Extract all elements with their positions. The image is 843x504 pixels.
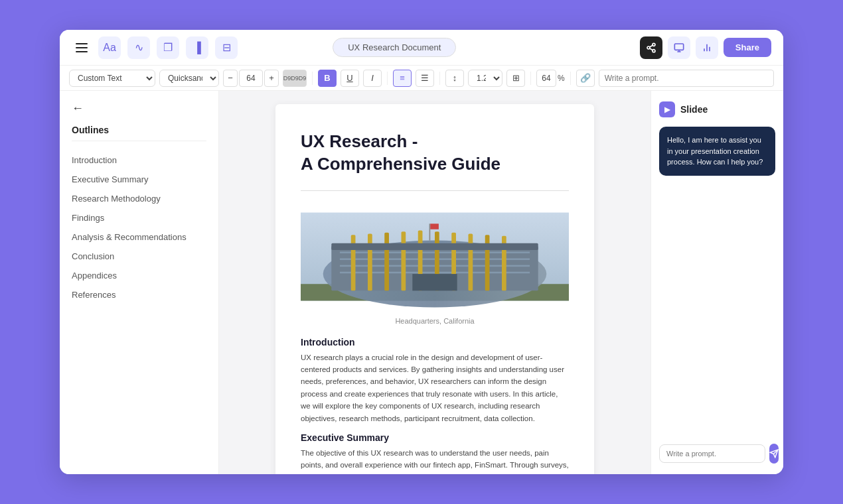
sidebar-item-references[interactable]: References bbox=[72, 285, 206, 304]
sidebar-item-introduction[interactable]: Introduction bbox=[72, 151, 206, 170]
title-divider bbox=[301, 190, 569, 191]
svg-point-1 bbox=[647, 46, 650, 49]
divider-2 bbox=[387, 72, 388, 85]
svg-rect-21 bbox=[384, 232, 389, 290]
wave-button[interactable]: ∿ bbox=[127, 36, 150, 59]
document-area: UX Research - A Comprehensive Guide bbox=[219, 91, 651, 474]
sidebar-item-conclusion[interactable]: Conclusion bbox=[72, 247, 206, 266]
slidee-header: ▶ Slidee bbox=[659, 101, 775, 117]
svg-rect-20 bbox=[368, 233, 372, 290]
slidee-prompt-area bbox=[659, 444, 775, 464]
document-page: UX Research - A Comprehensive Guide bbox=[275, 104, 594, 474]
sidebar: ← Outlines Introduction Executive Summar… bbox=[60, 91, 219, 474]
font-size-increase[interactable]: + bbox=[264, 70, 279, 87]
divider-4 bbox=[530, 72, 531, 85]
opacity-control: % bbox=[536, 70, 565, 87]
svg-rect-32 bbox=[430, 223, 439, 229]
toolbar-right: Share bbox=[640, 36, 771, 59]
svg-rect-22 bbox=[402, 231, 406, 290]
link-input[interactable] bbox=[599, 70, 774, 87]
color-swatch[interactable]: D9D9D9 bbox=[283, 70, 307, 87]
intro-text: UX research plays a crucial role in the … bbox=[301, 351, 569, 424]
svg-rect-31 bbox=[429, 223, 431, 240]
text-style-button[interactable]: Aa bbox=[98, 36, 121, 59]
divider-3 bbox=[439, 72, 440, 85]
slidee-panel: ▶ Slidee Hello, I am here to assist you … bbox=[651, 91, 783, 474]
svg-point-0 bbox=[652, 43, 655, 46]
font-size-decrease[interactable]: − bbox=[223, 70, 238, 87]
sliders-button[interactable]: ⊟ bbox=[215, 36, 238, 59]
intro-heading: Introduction bbox=[301, 337, 569, 347]
font-size-input[interactable] bbox=[239, 70, 263, 87]
share-button[interactable]: Share bbox=[724, 38, 771, 57]
line-height-select[interactable]: 1.2 bbox=[468, 70, 502, 87]
exec-text: The objective of this UX research was to… bbox=[301, 447, 569, 474]
back-button[interactable]: ← bbox=[72, 101, 84, 115]
resize-button[interactable]: ⊞ bbox=[506, 70, 525, 87]
svg-rect-26 bbox=[469, 233, 473, 290]
present-button[interactable] bbox=[668, 36, 690, 59]
font-select[interactable]: Quicksand bbox=[159, 70, 219, 87]
share-network-button[interactable] bbox=[640, 36, 662, 59]
bold-button[interactable]: B bbox=[318, 70, 337, 87]
top-toolbar: Aa ∿ ❐ ▐ ⊟ UX Research Document bbox=[60, 30, 783, 66]
text-style-select[interactable]: Custom Text bbox=[69, 70, 155, 87]
svg-line-4 bbox=[650, 45, 653, 47]
sidebar-item-research-methodology[interactable]: Research Methodology bbox=[72, 189, 206, 208]
analytics-button[interactable] bbox=[696, 36, 718, 59]
slidee-message: Hello, I am here to assist you in your p… bbox=[659, 127, 775, 176]
underline-button[interactable]: U bbox=[341, 70, 359, 87]
chart-button[interactable]: ▐ bbox=[186, 36, 208, 59]
layers-button[interactable]: ❐ bbox=[157, 36, 179, 59]
list-button[interactable]: ☰ bbox=[416, 70, 434, 87]
document-title[interactable]: UX Research Document bbox=[333, 38, 456, 57]
sidebar-title: Outlines bbox=[72, 125, 206, 141]
document-main-title: UX Research - A Comprehensive Guide bbox=[301, 131, 569, 176]
hamburger-button[interactable] bbox=[72, 39, 92, 56]
document-image bbox=[301, 204, 569, 312]
italic-button[interactable]: I bbox=[363, 70, 382, 87]
sidebar-item-executive-summary[interactable]: Executive Summary bbox=[72, 170, 206, 189]
spacing-button[interactable]: ↕ bbox=[445, 70, 464, 87]
divider-1 bbox=[312, 72, 313, 85]
exec-heading: Executive Summary bbox=[301, 432, 569, 443]
slidee-label: Slidee bbox=[680, 104, 708, 115]
format-toolbar: Custom Text Quicksand − + D9D9D9 B U I ≡… bbox=[60, 66, 783, 91]
sidebar-item-findings[interactable]: Findings bbox=[72, 208, 206, 227]
font-size-control: − + bbox=[223, 70, 279, 87]
slidee-logo: ▶ bbox=[659, 101, 675, 117]
sidebar-item-appendices[interactable]: Appendices bbox=[72, 266, 206, 285]
sidebar-item-analysis[interactable]: Analysis & Recommendations bbox=[72, 227, 206, 247]
svg-rect-30 bbox=[412, 274, 457, 290]
svg-line-3 bbox=[650, 48, 653, 50]
divider-5 bbox=[570, 72, 571, 85]
svg-rect-5 bbox=[674, 44, 683, 50]
main-body: ← Outlines Introduction Executive Summar… bbox=[60, 91, 783, 474]
svg-point-2 bbox=[652, 49, 655, 52]
svg-rect-19 bbox=[351, 235, 356, 290]
slidee-send-button[interactable] bbox=[769, 444, 779, 464]
slidee-prompt-input[interactable] bbox=[659, 444, 765, 463]
opacity-input[interactable] bbox=[536, 70, 556, 87]
opacity-unit: % bbox=[558, 74, 565, 83]
svg-rect-27 bbox=[485, 235, 490, 290]
image-caption: Headquarters, California bbox=[301, 317, 569, 325]
align-button[interactable]: ≡ bbox=[393, 70, 412, 87]
svg-rect-29 bbox=[331, 243, 538, 249]
link-button[interactable]: 🔗 bbox=[576, 70, 595, 87]
